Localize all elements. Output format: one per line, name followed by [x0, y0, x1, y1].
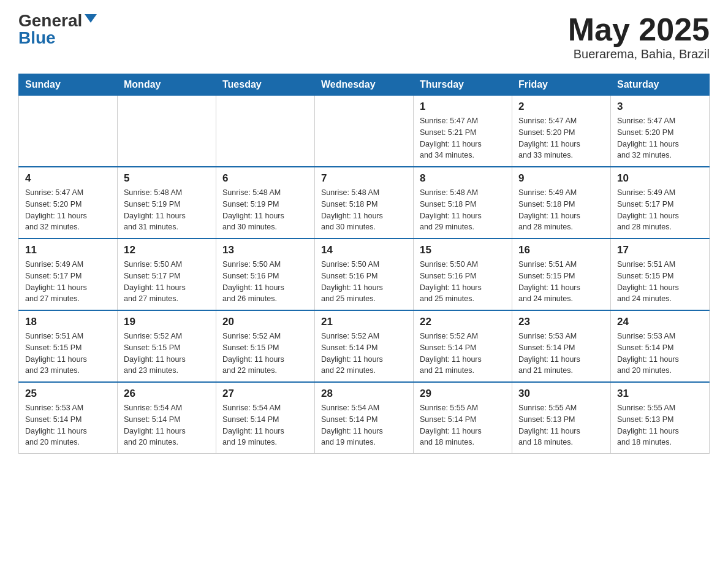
logo: General Blue — [18, 12, 97, 47]
logo-triangle-icon — [85, 14, 97, 23]
calendar-cell — [315, 96, 414, 167]
day-info: Sunrise: 5:52 AMSunset: 5:14 PMDaylight:… — [321, 331, 407, 377]
day-info: Sunrise: 5:54 AMSunset: 5:14 PMDaylight:… — [124, 402, 210, 448]
day-info: Sunrise: 5:51 AMSunset: 5:15 PMDaylight:… — [617, 259, 703, 305]
day-info: Sunrise: 5:52 AMSunset: 5:15 PMDaylight:… — [222, 331, 308, 377]
header-sunday: Sunday — [19, 74, 118, 96]
calendar-cell: 4Sunrise: 5:47 AMSunset: 5:20 PMDaylight… — [19, 167, 118, 239]
calendar-week-row: 4Sunrise: 5:47 AMSunset: 5:20 PMDaylight… — [19, 167, 710, 239]
calendar-cell: 7Sunrise: 5:48 AMSunset: 5:18 PMDaylight… — [315, 167, 414, 239]
calendar-week-row: 11Sunrise: 5:49 AMSunset: 5:17 PMDayligh… — [19, 239, 710, 310]
calendar-week-row: 18Sunrise: 5:51 AMSunset: 5:15 PMDayligh… — [19, 310, 710, 382]
calendar-cell: 24Sunrise: 5:53 AMSunset: 5:14 PMDayligh… — [611, 310, 710, 382]
day-info: Sunrise: 5:47 AMSunset: 5:20 PMDaylight:… — [518, 115, 604, 161]
calendar-cell: 23Sunrise: 5:53 AMSunset: 5:14 PMDayligh… — [512, 310, 611, 382]
day-info: Sunrise: 5:51 AMSunset: 5:15 PMDaylight:… — [25, 331, 111, 377]
calendar-cell: 15Sunrise: 5:50 AMSunset: 5:16 PMDayligh… — [414, 239, 512, 310]
day-number: 7 — [321, 172, 407, 185]
day-info: Sunrise: 5:53 AMSunset: 5:14 PMDaylight:… — [518, 331, 604, 377]
day-number: 6 — [222, 172, 308, 185]
day-number: 30 — [518, 388, 604, 400]
day-info: Sunrise: 5:50 AMSunset: 5:16 PMDaylight:… — [321, 259, 407, 305]
day-number: 29 — [420, 388, 506, 400]
calendar-cell: 19Sunrise: 5:52 AMSunset: 5:15 PMDayligh… — [118, 310, 216, 382]
title-block: May 2025 Buerarema, Bahia, Brazil — [568, 12, 710, 61]
day-number: 28 — [321, 388, 407, 400]
day-info: Sunrise: 5:55 AMSunset: 5:14 PMDaylight:… — [420, 402, 506, 448]
day-number: 11 — [25, 244, 111, 256]
header-friday: Friday — [512, 74, 611, 96]
day-number: 16 — [518, 244, 604, 256]
calendar-cell: 16Sunrise: 5:51 AMSunset: 5:15 PMDayligh… — [512, 239, 611, 310]
day-info: Sunrise: 5:47 AMSunset: 5:20 PMDaylight:… — [617, 115, 703, 161]
day-info: Sunrise: 5:52 AMSunset: 5:15 PMDaylight:… — [124, 331, 210, 377]
calendar-cell: 26Sunrise: 5:54 AMSunset: 5:14 PMDayligh… — [118, 382, 216, 454]
header-saturday: Saturday — [611, 74, 710, 96]
day-number: 9 — [518, 172, 604, 185]
calendar-cell: 13Sunrise: 5:50 AMSunset: 5:16 PMDayligh… — [216, 239, 315, 310]
calendar-cell: 21Sunrise: 5:52 AMSunset: 5:14 PMDayligh… — [315, 310, 414, 382]
weekday-header-row: Sunday Monday Tuesday Wednesday Thursday… — [19, 74, 710, 96]
day-info: Sunrise: 5:53 AMSunset: 5:14 PMDaylight:… — [617, 331, 703, 377]
calendar-cell: 2Sunrise: 5:47 AMSunset: 5:20 PMDaylight… — [512, 96, 611, 167]
day-info: Sunrise: 5:53 AMSunset: 5:14 PMDaylight:… — [25, 402, 111, 448]
day-number: 14 — [321, 244, 407, 256]
calendar-subtitle: Buerarema, Bahia, Brazil — [568, 47, 710, 61]
header-thursday: Thursday — [414, 74, 512, 96]
day-info: Sunrise: 5:50 AMSunset: 5:17 PMDaylight:… — [124, 259, 210, 305]
day-number: 31 — [617, 388, 703, 400]
calendar-cell: 12Sunrise: 5:50 AMSunset: 5:17 PMDayligh… — [118, 239, 216, 310]
calendar-cell: 25Sunrise: 5:53 AMSunset: 5:14 PMDayligh… — [19, 382, 118, 454]
day-info: Sunrise: 5:54 AMSunset: 5:14 PMDaylight:… — [321, 402, 407, 448]
day-number: 19 — [124, 316, 210, 328]
calendar-cell: 20Sunrise: 5:52 AMSunset: 5:15 PMDayligh… — [216, 310, 315, 382]
calendar-week-row: 1Sunrise: 5:47 AMSunset: 5:21 PMDaylight… — [19, 96, 710, 167]
calendar-cell — [118, 96, 216, 167]
calendar-cell: 18Sunrise: 5:51 AMSunset: 5:15 PMDayligh… — [19, 310, 118, 382]
day-info: Sunrise: 5:48 AMSunset: 5:19 PMDaylight:… — [222, 187, 308, 233]
header-tuesday: Tuesday — [216, 74, 315, 96]
day-number: 21 — [321, 316, 407, 328]
day-number: 20 — [222, 316, 308, 328]
calendar-cell: 9Sunrise: 5:49 AMSunset: 5:18 PMDaylight… — [512, 167, 611, 239]
calendar-table: Sunday Monday Tuesday Wednesday Thursday… — [18, 74, 710, 454]
calendar-cell: 8Sunrise: 5:48 AMSunset: 5:18 PMDaylight… — [414, 167, 512, 239]
page-header: General Blue May 2025 Buerarema, Bahia, … — [18, 12, 710, 61]
day-number: 22 — [420, 316, 506, 328]
day-info: Sunrise: 5:48 AMSunset: 5:18 PMDaylight:… — [321, 187, 407, 233]
day-info: Sunrise: 5:50 AMSunset: 5:16 PMDaylight:… — [222, 259, 308, 305]
calendar-cell: 30Sunrise: 5:55 AMSunset: 5:13 PMDayligh… — [512, 382, 611, 454]
calendar-title: May 2025 — [568, 12, 710, 47]
day-info: Sunrise: 5:50 AMSunset: 5:16 PMDaylight:… — [420, 259, 506, 305]
header-monday: Monday — [118, 74, 216, 96]
logo-blue-text: Blue — [18, 29, 56, 47]
day-info: Sunrise: 5:47 AMSunset: 5:20 PMDaylight:… — [25, 187, 111, 233]
day-info: Sunrise: 5:49 AMSunset: 5:17 PMDaylight:… — [25, 259, 111, 305]
calendar-cell — [216, 96, 315, 167]
day-info: Sunrise: 5:55 AMSunset: 5:13 PMDaylight:… — [617, 402, 703, 448]
day-info: Sunrise: 5:48 AMSunset: 5:18 PMDaylight:… — [420, 187, 506, 233]
day-number: 10 — [617, 172, 703, 185]
day-info: Sunrise: 5:52 AMSunset: 5:14 PMDaylight:… — [420, 331, 506, 377]
day-number: 5 — [124, 172, 210, 185]
calendar-cell: 27Sunrise: 5:54 AMSunset: 5:14 PMDayligh… — [216, 382, 315, 454]
day-number: 13 — [222, 244, 308, 256]
day-number: 25 — [25, 388, 111, 400]
calendar-cell: 1Sunrise: 5:47 AMSunset: 5:21 PMDaylight… — [414, 96, 512, 167]
day-info: Sunrise: 5:55 AMSunset: 5:13 PMDaylight:… — [518, 402, 604, 448]
day-info: Sunrise: 5:49 AMSunset: 5:17 PMDaylight:… — [617, 187, 703, 233]
calendar-cell: 10Sunrise: 5:49 AMSunset: 5:17 PMDayligh… — [611, 167, 710, 239]
day-info: Sunrise: 5:51 AMSunset: 5:15 PMDaylight:… — [518, 259, 604, 305]
calendar-cell: 5Sunrise: 5:48 AMSunset: 5:19 PMDaylight… — [118, 167, 216, 239]
day-number: 24 — [617, 316, 703, 328]
day-info: Sunrise: 5:47 AMSunset: 5:21 PMDaylight:… — [420, 115, 506, 161]
day-number: 17 — [617, 244, 703, 256]
day-number: 2 — [518, 101, 604, 113]
calendar-cell — [19, 96, 118, 167]
day-number: 8 — [420, 172, 506, 185]
day-number: 27 — [222, 388, 308, 400]
day-number: 1 — [420, 101, 506, 113]
calendar-cell: 31Sunrise: 5:55 AMSunset: 5:13 PMDayligh… — [611, 382, 710, 454]
day-number: 23 — [518, 316, 604, 328]
calendar-cell: 29Sunrise: 5:55 AMSunset: 5:14 PMDayligh… — [414, 382, 512, 454]
